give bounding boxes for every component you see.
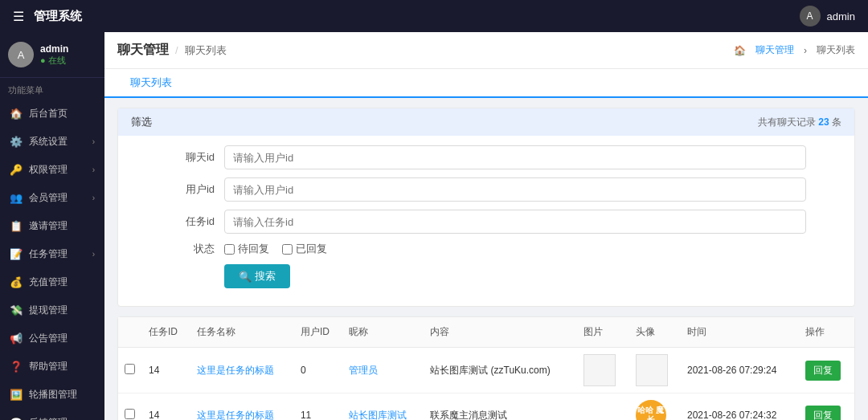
- sidebar-item-permission[interactable]: 🔑 权限管理 ›: [0, 156, 104, 184]
- col-nickname: 昵称: [342, 317, 424, 348]
- filter-row-taskid: 任务id: [166, 210, 806, 234]
- sidebar-user-info: admin ● 在线: [40, 43, 68, 67]
- chat-id-input[interactable]: [224, 145, 806, 169]
- checkbox-pending-input[interactable]: [224, 244, 235, 255]
- task-id-input[interactable]: [224, 210, 806, 234]
- row-image: [583, 354, 616, 386]
- chevron-right-icon: ›: [92, 194, 95, 202]
- sidebar-item-member[interactable]: 👥 会员管理 ›: [0, 184, 104, 212]
- sidebar: A admin ● 在线 功能菜单 🏠 后台首页 ⚙️ 系统设置 › 🔑 权限管…: [0, 32, 104, 420]
- row-action-cell: 回复: [799, 348, 854, 393]
- carousel-icon: 🖼️: [10, 389, 23, 401]
- hamburger-icon[interactable]: ☰: [13, 9, 24, 24]
- sidebar-item-label: 权限管理: [29, 163, 68, 177]
- user-id-input[interactable]: [224, 177, 806, 202]
- sidebar-item-label: 帮助管理: [29, 360, 68, 373]
- breadcrumb-arrow: ›: [804, 45, 807, 56]
- row-avatar-cell: [629, 348, 682, 393]
- sidebar-user: A admin ● 在线: [0, 32, 104, 78]
- header-right: A admin: [800, 6, 855, 27]
- row-checkbox-cell: [118, 393, 142, 421]
- page-header-right: 🏠 聊天管理 › 聊天列表: [734, 43, 855, 57]
- reply-button[interactable]: 回复: [805, 406, 841, 421]
- row-checkbox[interactable]: [125, 364, 135, 374]
- filter-label-taskid: 任务id: [166, 214, 215, 229]
- row-content: 站长图库测试 (zzTuKu.com): [424, 348, 577, 393]
- filter-card: 筛选 共有聊天记录 23 条 聊天id 用户id 任务id: [117, 108, 855, 307]
- app-title: 管理系统: [34, 9, 82, 24]
- sidebar-item-feedback[interactable]: 💬 反馈管理: [0, 409, 104, 420]
- sidebar-item-system[interactable]: ⚙️ 系统设置 ›: [0, 128, 104, 156]
- table-card: 任务ID 任务名称 用户ID 昵称 内容 图片 头像 时间 操作: [117, 316, 855, 420]
- sidebar-item-label: 系统设置: [29, 135, 68, 149]
- task-name-link[interactable]: 这里是任务的标题: [197, 365, 274, 376]
- col-content: 内容: [424, 317, 577, 348]
- filter-label-userid: 用户id: [166, 182, 215, 197]
- breadcrumb-separator: /: [175, 44, 178, 56]
- row-task-name: 这里是任务的标题: [190, 348, 294, 393]
- chat-table: 任务ID 任务名称 用户ID 昵称 内容 图片 头像 时间 操作: [118, 317, 854, 420]
- row-checkbox[interactable]: [125, 409, 135, 419]
- search-button[interactable]: 🔍 搜索: [224, 264, 290, 288]
- nickname-link[interactable]: 管理员: [349, 365, 378, 376]
- chevron-right-icon: ›: [92, 165, 95, 174]
- row-time: 2021-08-26 07:29:24: [681, 348, 799, 393]
- invitation-icon: 📋: [10, 220, 23, 232]
- row-nickname: 管理员: [342, 348, 424, 393]
- sidebar-item-label: 充值管理: [29, 275, 68, 289]
- checkbox-replied[interactable]: 已回复: [282, 242, 327, 256]
- task-name-link[interactable]: 这里是任务的标题: [197, 410, 274, 421]
- row-task-name: 这里是任务的标题: [190, 393, 294, 421]
- sidebar-item-withdraw[interactable]: 💸 提现管理: [0, 296, 104, 324]
- col-checkbox: [118, 317, 142, 348]
- page-header: 聊天管理 / 聊天列表 🏠 聊天管理 › 聊天列表: [104, 32, 868, 69]
- row-nickname: 站长图库测试: [342, 393, 424, 421]
- page-title: 聊天管理: [117, 42, 169, 59]
- row-avatar-cell: 哈哈 魔长: [629, 393, 682, 421]
- row-time: 2021-08-26 07:24:32: [681, 393, 799, 421]
- filter-body: 聊天id 用户id 任务id 状态: [118, 136, 854, 306]
- col-image: 图片: [577, 317, 629, 348]
- admin-name: admin: [827, 10, 855, 22]
- top-header: ☰ 管理系统 A admin: [0, 0, 868, 32]
- sidebar-item-invitation[interactable]: 📋 邀请管理: [0, 212, 104, 240]
- chevron-right-icon: ›: [92, 250, 95, 259]
- tab-chat-list[interactable]: 聊天列表: [117, 69, 185, 98]
- filter-row-chatid: 聊天id: [166, 145, 806, 169]
- row-user-id: 0: [294, 348, 342, 393]
- row-image-cell: [577, 393, 629, 421]
- reply-button[interactable]: 回复: [805, 361, 841, 381]
- sidebar-item-label: 会员管理: [29, 191, 68, 205]
- sidebar-item-label: 轮播图管理: [29, 388, 77, 402]
- page-header-left: 聊天管理 / 聊天列表: [117, 42, 227, 59]
- sidebar-item-help[interactable]: ❓ 帮助管理: [0, 353, 104, 381]
- filter-label-status: 状态: [166, 242, 215, 256]
- checkbox-pending[interactable]: 待回复: [224, 242, 269, 256]
- row-checkbox-cell: [118, 348, 142, 393]
- sidebar-item-dashboard[interactable]: 🏠 后台首页: [0, 100, 104, 128]
- sidebar-item-carousel[interactable]: 🖼️ 轮播图管理: [0, 381, 104, 409]
- feedback-icon: 💬: [10, 417, 23, 420]
- filter-row-userid: 用户id: [166, 177, 806, 202]
- col-user-id: 用户ID: [294, 317, 342, 348]
- nickname-link[interactable]: 站长图库测试: [349, 410, 407, 421]
- sidebar-item-task[interactable]: 📝 任务管理 ›: [0, 240, 104, 268]
- filter-count: 共有聊天记录 23 条: [758, 116, 841, 129]
- row-content: 联系魔主消息测试: [424, 393, 577, 421]
- col-action: 操作: [799, 317, 854, 348]
- sidebar-item-label: 公告管理: [29, 332, 68, 345]
- sidebar-avatar: A: [8, 42, 34, 67]
- recharge-icon: 💰: [10, 276, 23, 288]
- sidebar-username: admin: [40, 43, 68, 55]
- permission-icon: 🔑: [10, 164, 23, 176]
- filter-title: 筛选: [131, 115, 152, 129]
- withdraw-icon: 💸: [10, 304, 23, 316]
- sidebar-item-recharge[interactable]: 💰 充值管理: [0, 268, 104, 296]
- user-avatar-small: A: [800, 6, 821, 27]
- checkbox-replied-input[interactable]: [282, 244, 293, 255]
- sidebar-item-notice[interactable]: 📢 公告管理: [0, 324, 104, 353]
- system-icon: ⚙️: [10, 136, 23, 148]
- breadcrumb-parent-link[interactable]: 聊天管理: [755, 43, 794, 57]
- task-icon: 📝: [10, 248, 23, 260]
- avatar-circle: 哈哈 魔长: [636, 400, 666, 420]
